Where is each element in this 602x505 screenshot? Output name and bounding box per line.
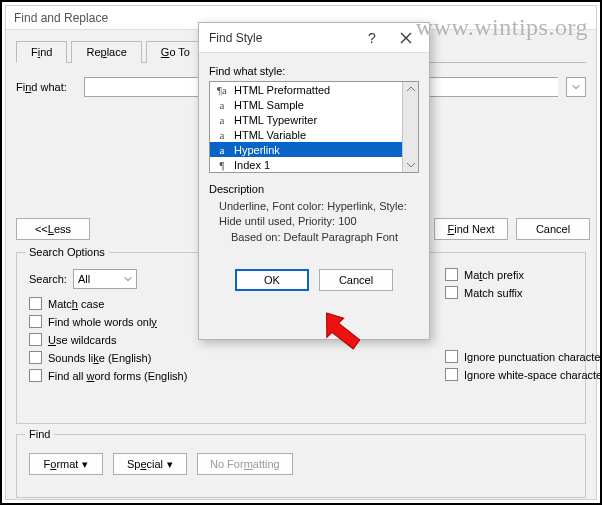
- style-item[interactable]: ¶aHTML Preformatted: [210, 82, 402, 97]
- find-next-button[interactable]: Find Next: [434, 218, 508, 240]
- caret-down-icon: ▾: [82, 458, 88, 471]
- tab-replace[interactable]: Replace: [71, 41, 141, 63]
- style-item-label: HTML Sample: [234, 99, 304, 111]
- tab-goto[interactable]: Go To: [146, 41, 205, 63]
- checkbox-icon: [445, 268, 458, 281]
- chevron-down-icon: [124, 275, 132, 283]
- style-glyph-icon: ¶: [216, 159, 228, 171]
- description-text: Underline, Font color: Hyperlink, Style:…: [209, 199, 419, 245]
- cancel-button[interactable]: Cancel: [516, 218, 590, 240]
- checkbox-icon: [445, 368, 458, 381]
- no-formatting-button: No Formatting: [197, 453, 293, 475]
- style-item-label: HTML Preformatted: [234, 84, 330, 96]
- checkbox-ignore-ws[interactable]: Ignore white-space characters: [445, 368, 602, 381]
- checkbox-icon: [445, 350, 458, 363]
- checkbox-icon: [445, 286, 458, 299]
- style-item-label: Hyperlink: [234, 144, 280, 156]
- less-button[interactable]: << Less: [16, 218, 90, 240]
- checkbox-ignore-punct[interactable]: Ignore punctuation characters: [445, 350, 602, 363]
- close-button[interactable]: [389, 25, 423, 51]
- checkbox-icon: [29, 333, 42, 346]
- style-glyph-icon: a: [216, 114, 228, 126]
- tab-replace-post: lace: [107, 46, 127, 58]
- tab-goto-post: o To: [169, 46, 190, 58]
- close-icon: [400, 32, 412, 44]
- help-button[interactable]: ?: [355, 25, 389, 51]
- tab-find[interactable]: Find: [16, 41, 67, 63]
- style-item[interactable]: aHTML Sample: [210, 97, 402, 112]
- search-direction-select[interactable]: All: [73, 269, 137, 289]
- style-item[interactable]: ¶Index 1: [210, 157, 402, 172]
- style-glyph-icon: a: [216, 99, 228, 111]
- style-item-label: HTML Typewriter: [234, 114, 317, 126]
- style-item-label: Index 1: [234, 159, 270, 171]
- find-format-label: Find: [25, 428, 54, 440]
- style-list-label: Find what style:: [209, 65, 419, 77]
- description-label: Description: [209, 183, 419, 195]
- style-glyph-icon: a: [216, 129, 228, 141]
- scroll-up-icon: [404, 84, 418, 94]
- checkbox-suffix[interactable]: Match suffix: [445, 286, 602, 299]
- scroll-down-icon: [404, 160, 418, 170]
- checkbox-icon: [29, 297, 42, 310]
- style-listbox[interactable]: ¶aHTML PreformattedaHTML SampleaHTML Typ…: [209, 81, 419, 173]
- tab-find-text-post: nd: [40, 46, 52, 58]
- find-what-dropdown[interactable]: [566, 77, 586, 97]
- find-style-dialog: Find Style ? Find what style: ¶aHTML Pre…: [198, 22, 430, 340]
- find-format-group: Find Format ▾ Special ▾ No Formatting: [16, 434, 586, 498]
- style-glyph-icon: ¶a: [216, 84, 228, 96]
- style-item[interactable]: aHyperlink: [210, 142, 402, 157]
- modal-cancel-button[interactable]: Cancel: [319, 269, 393, 291]
- checkbox-prefix[interactable]: Match prefix: [445, 268, 602, 281]
- style-item-label: HTML Variable: [234, 129, 306, 141]
- find-what-label: Find what:: [16, 81, 76, 93]
- scrollbar[interactable]: [402, 82, 418, 172]
- ok-button[interactable]: OK: [235, 269, 309, 291]
- dialog-titlebar[interactable]: Find Style ?: [199, 23, 429, 53]
- dialog-title: Find Style: [209, 31, 262, 45]
- format-button[interactable]: Format ▾: [29, 453, 103, 475]
- style-item[interactable]: aHTML Variable: [210, 127, 402, 142]
- checkbox-icon: [29, 351, 42, 364]
- style-item[interactable]: aHTML Typewriter: [210, 112, 402, 127]
- tab-find-text-pre: F: [31, 46, 38, 58]
- checkbox-icon: [29, 369, 42, 382]
- checkbox-icon: [29, 315, 42, 328]
- chevron-down-icon: [572, 83, 580, 91]
- style-glyph-icon: a: [216, 144, 228, 156]
- caret-down-icon: ▾: [167, 458, 173, 471]
- search-direction-value: All: [78, 273, 90, 285]
- search-direction-label: Search:: [29, 273, 67, 285]
- special-button[interactable]: Special ▾: [113, 453, 187, 475]
- tab-replace-pre: Re: [86, 46, 100, 58]
- search-options-label: Search Options: [25, 246, 109, 258]
